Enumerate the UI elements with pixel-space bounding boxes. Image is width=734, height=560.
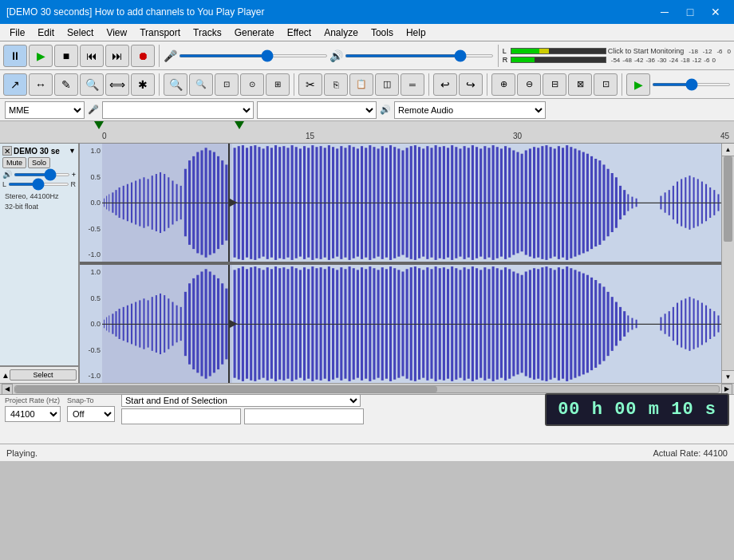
menu-tools[interactable]: Tools — [365, 24, 400, 41]
track-dropdown-icon[interactable]: ▼ — [69, 147, 76, 155]
zoom-tool-button[interactable]: 🔍 — [80, 73, 104, 96]
snap-to-select[interactable]: Off On — [67, 406, 115, 422]
skip-start-button[interactable]: ⏮ — [80, 45, 104, 67]
mute-button[interactable]: Mute — [2, 157, 26, 168]
envelope-tool-button[interactable]: ↔ — [29, 73, 53, 96]
zoom-out-button[interactable]: 🔍 — [189, 73, 213, 96]
output-volume-slider[interactable] — [345, 54, 494, 57]
copy-button[interactable]: ⎘ — [324, 73, 348, 96]
menu-edit[interactable]: Edit — [31, 24, 61, 41]
audio-interface-select[interactable]: MME — [5, 101, 85, 119]
time-start-input[interactable]: 00 h 00 m 00.000 s — [121, 408, 241, 424]
fit-view-button[interactable]: ⊟ — [543, 73, 566, 96]
play-button[interactable]: ▶ — [29, 45, 53, 67]
hscroll-thumb[interactable] — [15, 386, 437, 392]
draw-tool-button[interactable]: ✎ — [54, 73, 78, 96]
track-panel: ✕ DEMO 30 se ▼ Mute Solo 🔊 + L R Stereo,… — [0, 144, 80, 383]
menu-file[interactable]: File — [3, 24, 31, 41]
vscroll-thumb[interactable] — [724, 156, 732, 242]
selection-mode-select[interactable]: Start and End of Selection Start and Len… — [121, 394, 361, 407]
pan-left-label: L — [2, 180, 6, 188]
vu-meters-area: L Click to Start Monitoring -18-12-60 R … — [503, 47, 731, 64]
separator-7 — [622, 73, 622, 96]
bottom-waveform-track[interactable]: 1.0 0.5 0.0 -0.5 -1.0 — [80, 263, 734, 383]
bottom-bar: Project Rate (Hz) 44100 Snap-To Off On S… — [0, 394, 734, 444]
status-playing: Playing. — [6, 448, 37, 458]
paste-button[interactable]: 📋 — [349, 73, 373, 96]
fit-project-button[interactable]: ⊡ — [215, 73, 239, 96]
menu-bar: File Edit Select View Transport Tracks G… — [0, 24, 734, 41]
scale-b-0-5: 0.5 — [81, 294, 101, 302]
multitool-button[interactable]: ✱ — [131, 73, 155, 96]
bottom-waveform-canvas[interactable] — [102, 265, 734, 383]
maximize-button[interactable]: □ — [678, 0, 702, 24]
zoom-out2-button[interactable]: ⊖ — [517, 73, 541, 96]
selection-tool-button[interactable]: ↗ — [3, 73, 27, 96]
select-button[interactable]: Select — [10, 369, 77, 381]
gain-slider[interactable] — [14, 173, 70, 176]
input-volume-slider[interactable] — [179, 54, 328, 57]
play-speed-slider[interactable] — [652, 83, 731, 86]
window-controls: ─ □ ✕ — [653, 0, 728, 24]
monitor-label[interactable]: Click to Start Monitoring — [608, 47, 685, 55]
waveform-area: 1.0 0.5 0.0 -0.5 -1.0 — [80, 144, 734, 383]
silence-button[interactable]: ═ — [401, 73, 424, 96]
time-end-input[interactable]: 00 h 00 m 00.000 s — [244, 408, 364, 424]
top-waveform-track[interactable]: 1.0 0.5 0.0 -0.5 -1.0 — [80, 144, 734, 263]
project-rate-select[interactable]: 44100 — [5, 406, 61, 422]
zoom-in-button[interactable]: 🔍 — [164, 73, 187, 96]
input-device-select[interactable] — [102, 101, 254, 119]
status-rate: Actual Rate: 44100 — [653, 448, 728, 458]
minimize-button[interactable]: ─ — [653, 0, 677, 24]
vertical-scrollbar[interactable]: ▲ ▼ — [721, 144, 734, 383]
vscroll-up-button[interactable]: ▲ — [722, 144, 734, 156]
vu-scale-top: -18-12-60 — [689, 48, 731, 55]
menu-effect[interactable]: Effect — [281, 24, 318, 41]
menu-analyze[interactable]: Analyze — [318, 24, 365, 41]
timeshift-tool-button[interactable]: ⟺ — [105, 73, 129, 96]
pan-slider[interactable] — [8, 183, 69, 186]
hscroll-track[interactable] — [14, 385, 720, 393]
tracks-container: ✕ DEMO 30 se ▼ Mute Solo 🔊 + L R Stereo,… — [0, 144, 734, 383]
speaker-icon-2: 🔊 — [380, 105, 391, 115]
menu-transport[interactable]: Transport — [133, 24, 187, 41]
scale-n1-0: -1.0 — [81, 250, 101, 258]
scale-n0-5: -0.5 — [81, 225, 101, 233]
cut-button[interactable]: ✂ — [298, 73, 322, 96]
zoom-waveform-button[interactable]: ⊡ — [594, 73, 618, 96]
pause-button[interactable]: ⏸ — [3, 45, 27, 67]
vscroll-track[interactable] — [722, 156, 734, 370]
trim-button[interactable]: ◫ — [375, 73, 399, 96]
record-button[interactable]: ⏺ — [131, 45, 155, 67]
close-button[interactable]: ✕ — [704, 0, 728, 24]
top-waveform-canvas[interactable] — [102, 144, 734, 262]
hscroll-left-button[interactable]: ◀ — [2, 384, 13, 395]
track-close-button[interactable]: ✕ — [2, 146, 12, 156]
skip-end-button[interactable]: ⏭ — [105, 45, 129, 67]
redo-button[interactable]: ↪ — [459, 73, 483, 96]
zoom-selection-button[interactable]: ⊙ — [240, 73, 264, 96]
menu-help[interactable]: Help — [400, 24, 432, 41]
zoom-sel2-button[interactable]: ⊠ — [568, 73, 592, 96]
undo-button[interactable]: ↩ — [433, 73, 457, 96]
scale-b-1-0: 1.0 — [81, 268, 101, 276]
menu-select[interactable]: Select — [61, 24, 100, 41]
menu-generate[interactable]: Generate — [228, 24, 281, 41]
menu-view[interactable]: View — [100, 24, 133, 41]
input-channels-select[interactable] — [257, 101, 377, 119]
vscroll-down-button[interactable]: ▼ — [722, 370, 734, 383]
solo-button[interactable]: Solo — [28, 157, 50, 168]
play-speed-button[interactable]: ▶ — [626, 73, 650, 96]
snap-to-label: Snap-To — [67, 396, 115, 404]
output-device-select[interactable]: Remote Audio — [394, 101, 546, 119]
stop-button[interactable]: ■ — [54, 45, 78, 67]
zoom-in2-button[interactable]: ⊕ — [491, 73, 515, 96]
separator-2 — [498, 45, 499, 67]
zoom-toggle-button[interactable]: ⊞ — [266, 73, 290, 96]
snap-to-group: Snap-To Off On — [67, 396, 115, 422]
horizontal-scrollbar[interactable]: ◀ ▶ — [0, 383, 734, 394]
menu-tracks[interactable]: Tracks — [187, 24, 228, 41]
separator-1 — [159, 45, 160, 67]
project-rate-group: Project Rate (Hz) 44100 — [5, 396, 61, 422]
ruler-ticks — [80, 121, 734, 143]
